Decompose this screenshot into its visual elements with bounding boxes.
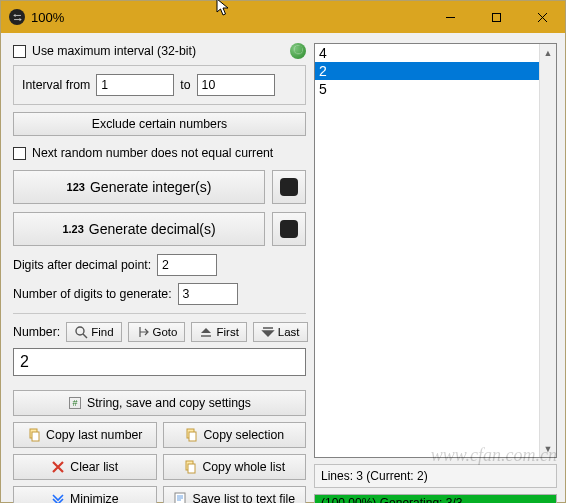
copy-selection-button[interactable]: Copy selection	[163, 422, 307, 448]
no-repeat-checkbox[interactable]: Next random number does not equal curren…	[13, 146, 273, 160]
results-list[interactable]: 425 ▲ ▼	[314, 43, 557, 458]
svg-text:#: #	[72, 398, 77, 408]
last-icon	[261, 325, 275, 339]
svg-rect-7	[189, 432, 196, 441]
copy-last-button[interactable]: Copy last number	[13, 422, 157, 448]
generate-decimal-button[interactable]: 1.23 Generate decimal(s)	[13, 212, 265, 246]
interval-from-label: Interval from	[22, 78, 90, 92]
app-icon	[9, 9, 25, 25]
digits-after-input[interactable]	[157, 254, 217, 276]
digits-generate-label: Number of digits to generate:	[13, 287, 172, 301]
status-line: Lines: 3 (Current: 2)	[314, 464, 557, 488]
globe-icon[interactable]	[290, 43, 306, 59]
first-button[interactable]: First	[191, 322, 246, 342]
stop-icon	[280, 178, 298, 196]
copy-icon	[27, 428, 41, 442]
svg-point-1	[76, 327, 84, 335]
save-icon	[173, 492, 187, 503]
goto-button[interactable]: Goto	[128, 322, 186, 342]
scroll-down-icon[interactable]: ▼	[540, 440, 556, 457]
hash-icon: #	[68, 396, 82, 410]
use-max-interval-label: Use maximum interval (32-bit)	[32, 44, 196, 58]
stop-icon	[280, 220, 298, 238]
use-max-interval-checkbox[interactable]: Use maximum interval (32-bit)	[13, 44, 196, 58]
window-title: 100%	[31, 10, 427, 25]
scrollbar[interactable]: ▲ ▼	[539, 44, 556, 457]
generate-integer-stop-button[interactable]	[272, 170, 306, 204]
minimize-window-button[interactable]	[427, 1, 473, 33]
exclude-numbers-button[interactable]: Exclude certain numbers	[13, 112, 306, 136]
minimize-icon	[51, 492, 65, 503]
svg-rect-5	[32, 432, 39, 441]
delete-icon	[51, 460, 65, 474]
minimize-button[interactable]: Minimize	[13, 486, 157, 503]
scroll-up-icon[interactable]: ▲	[540, 44, 556, 61]
copy-whole-list-button[interactable]: Copy whole list	[163, 454, 307, 480]
progress-bar: (100.00%) Generating: 3/3	[314, 494, 557, 503]
string-settings-button[interactable]: # String, save and copy settings	[13, 390, 306, 416]
number-input[interactable]	[13, 348, 306, 376]
last-button[interactable]: Last	[253, 322, 308, 342]
generate-integer-button[interactable]: 123 Generate integer(s)	[13, 170, 265, 204]
svg-rect-0	[492, 13, 500, 21]
save-list-button[interactable]: Save list to text file	[163, 486, 307, 503]
first-icon	[199, 325, 213, 339]
digits-generate-input[interactable]	[178, 283, 238, 305]
interval-to-label: to	[180, 78, 190, 92]
number-label: Number:	[13, 325, 60, 339]
search-icon	[74, 325, 88, 339]
progress-text: (100.00%) Generating: 3/3	[315, 495, 556, 503]
copy-icon	[183, 460, 197, 474]
generate-decimal-stop-button[interactable]	[272, 212, 306, 246]
interval-from-input[interactable]	[96, 74, 174, 96]
interval-group: Interval from to	[13, 65, 306, 105]
copy-icon	[184, 428, 198, 442]
goto-icon	[136, 325, 150, 339]
list-item[interactable]: 2	[315, 62, 556, 80]
no-repeat-label: Next random number does not equal curren…	[32, 146, 273, 160]
svg-rect-9	[188, 464, 195, 473]
list-item[interactable]: 4	[315, 44, 556, 62]
clear-list-button[interactable]: Clear list	[13, 454, 157, 480]
interval-to-input[interactable]	[197, 74, 275, 96]
find-button[interactable]: Find	[66, 322, 121, 342]
list-item[interactable]: 5	[315, 80, 556, 98]
close-window-button[interactable]	[519, 1, 565, 33]
maximize-window-button[interactable]	[473, 1, 519, 33]
digits-after-label: Digits after decimal point:	[13, 258, 151, 272]
